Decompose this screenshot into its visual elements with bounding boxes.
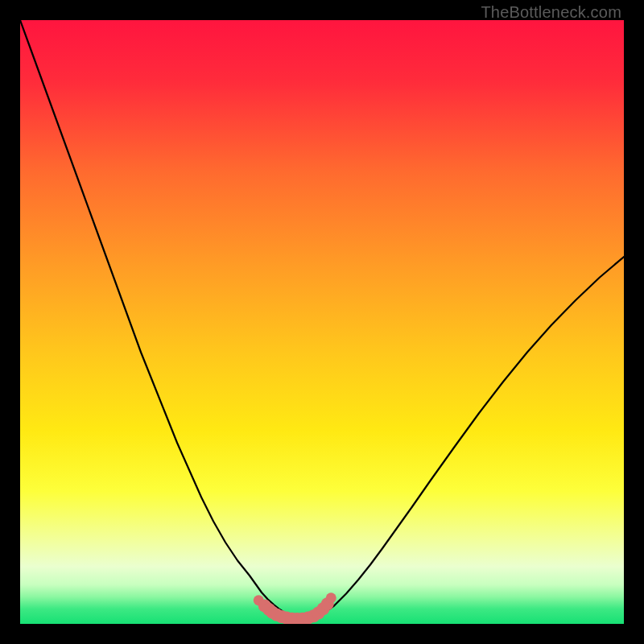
chart-frame: TheBottleneck.com	[0, 0, 644, 644]
bottleneck-curve	[20, 20, 624, 624]
line-series	[20, 20, 624, 619]
valley-marker	[326, 592, 336, 603]
plot-area	[20, 20, 624, 624]
watermark-label: TheBottleneck.com	[481, 3, 621, 22]
